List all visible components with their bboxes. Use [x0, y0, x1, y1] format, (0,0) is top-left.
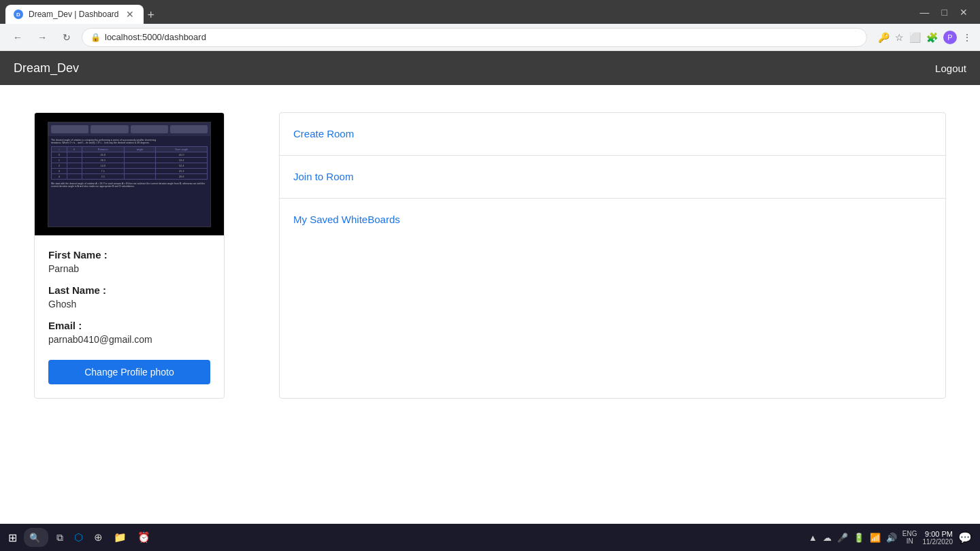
back-button[interactable]: ← [8, 28, 27, 47]
battery-icon: 🔋 [853, 533, 864, 543]
language-indicator: ENG IN [902, 530, 917, 545]
profile-image-container: The desired angle of rotation is compute… [35, 113, 224, 235]
reload-button[interactable]: ↻ [57, 28, 76, 47]
taskbar-right: ▲ ☁ 🎤 🔋 📶 🔊 ENG IN 9:00 PM 11/2/2020 💬 [808, 530, 977, 546]
tab-favicon: D [14, 10, 23, 19]
whiteboard-preview: The desired angle of rotation is compute… [48, 122, 211, 227]
tab-close-icon[interactable]: ✕ [125, 9, 135, 20]
extensions-icon[interactable]: 🧩 [926, 32, 938, 43]
search-icon: 🔍 [29, 533, 40, 543]
taskbar-search[interactable]: 🔍 [24, 528, 48, 547]
address-text: localhost:5000/dashboard [105, 32, 206, 42]
saved-whiteboards-link[interactable]: My Saved WhiteBoards [293, 214, 400, 225]
taskbar-app-icons: ⧉ ⬡ ⊕ 📁 ⏰ [52, 529, 154, 546]
last-name-value: Ghosh [48, 299, 210, 310]
forward-button[interactable]: → [33, 28, 52, 47]
profile-info: First Name : Parnab Last Name : Ghosh Em… [35, 235, 224, 350]
vs-code-icon[interactable]: ⬡ [70, 529, 87, 546]
create-room-item[interactable]: Create Room [280, 113, 945, 156]
last-name-label: Last Name : [48, 284, 210, 296]
join-room-link[interactable]: Join to Room [293, 171, 353, 182]
first-name-label: First Name : [48, 249, 210, 261]
start-button[interactable]: ⊞ [3, 529, 22, 547]
email-value: parnab0410@gmail.com [48, 334, 210, 345]
clock-app-icon[interactable]: ⏰ [133, 529, 154, 546]
taskbar: ⊞ 🔍 ⧉ ⬡ ⊕ 📁 ⏰ ▲ ☁ 🎤 🔋 📶 🔊 ENG IN 9:00 PM… [0, 524, 980, 551]
menu-icon[interactable]: ⋮ [962, 32, 972, 43]
create-room-link[interactable]: Create Room [293, 128, 354, 139]
close-button[interactable]: ✕ [954, 5, 973, 19]
address-bar-row: ← → ↻ 🔒 localhost:5000/dashboard 🔑 ☆ ⬜ 🧩… [0, 24, 980, 51]
browser-actions: 🔑 ☆ ⬜ 🧩 P ⋮ [878, 31, 972, 44]
new-tab-button[interactable]: + [144, 8, 159, 22]
wifi-icon: 📶 [870, 533, 881, 543]
clock-date: 11/2/2020 [923, 538, 953, 546]
first-name-value: Parnab [48, 263, 210, 274]
taskbar-clock[interactable]: 9:00 PM 11/2/2020 [923, 530, 953, 546]
volume-icon: 🔊 [886, 533, 897, 543]
key-icon[interactable]: 🔑 [878, 32, 889, 43]
change-photo-button[interactable]: Change Profile photo [48, 360, 210, 384]
screenshot-icon[interactable]: ⬜ [909, 32, 921, 43]
chrome-icon[interactable]: ⊕ [90, 529, 107, 546]
window-controls: — □ ✕ [915, 5, 973, 19]
network-icon: ▲ [808, 533, 817, 543]
notification-button[interactable]: 💬 [958, 531, 972, 544]
address-bar[interactable]: 🔒 localhost:5000/dashboard [82, 28, 867, 47]
clock-time: 9:00 PM [923, 530, 953, 538]
maximize-button[interactable]: □ [936, 5, 953, 19]
cloud-icon: ☁ [823, 533, 832, 543]
lock-icon: 🔒 [91, 33, 101, 42]
right-panel: Create Room Join to Room My Saved WhiteB… [279, 112, 946, 399]
main-content: The desired angle of rotation is compute… [0, 85, 980, 426]
active-tab[interactable]: D Dream_Dev | Dashboard ✕ [5, 5, 144, 24]
profile-icon[interactable]: P [943, 31, 957, 44]
saved-whiteboards-item[interactable]: My Saved WhiteBoards [280, 199, 945, 241]
mic-icon: 🎤 [837, 533, 848, 543]
minimize-button[interactable]: — [915, 5, 935, 19]
email-label: Email : [48, 320, 210, 331]
task-view-button[interactable]: ⧉ [52, 529, 67, 546]
bookmark-icon[interactable]: ☆ [895, 32, 904, 43]
app-navbar: Dream_Dev Logout [0, 51, 980, 85]
profile-card: The desired angle of rotation is compute… [34, 112, 225, 399]
logout-button[interactable]: Logout [935, 63, 966, 74]
app-brand: Dream_Dev [14, 61, 79, 76]
file-explorer-icon[interactable]: 📁 [110, 529, 131, 546]
tab-title: Dream_Dev | Dashboard [29, 10, 119, 19]
join-room-item[interactable]: Join to Room [280, 156, 945, 199]
